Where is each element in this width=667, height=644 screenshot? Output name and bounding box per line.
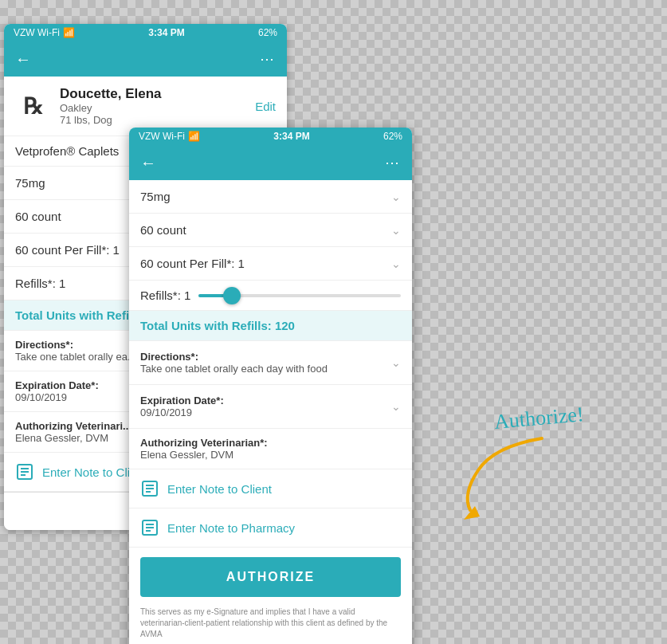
- edit-button-back[interactable]: Edit: [255, 100, 276, 113]
- patient-subtext-back: Oakley: [60, 102, 255, 114]
- note-to-client-icon: [140, 479, 159, 498]
- back-button-front[interactable]: ←: [140, 154, 156, 172]
- note-to-pharmacy-row-front[interactable]: Enter Note to Pharmacy: [129, 509, 412, 548]
- dosage-value-back: 75mg: [15, 176, 45, 190]
- annotation-arrow: [430, 430, 558, 526]
- dosage-value-front: 75mg: [140, 190, 171, 203]
- time-label: 3:34 PM: [148, 27, 184, 38]
- note-to-client-label-back: Enter Note to Cli...: [42, 465, 140, 479]
- battery-label-front: 62%: [383, 131, 402, 142]
- time-label-front: 3:34 PM: [273, 131, 309, 142]
- refills-slider[interactable]: [198, 291, 401, 300]
- total-units-value-back: Total Units with Refills: [15, 308, 143, 322]
- directions-row-front[interactable]: Directions*: Take one tablet orally each…: [129, 341, 412, 385]
- annotation: Authorize!: [494, 406, 584, 430]
- dosage-row-front[interactable]: 75mg ⌄: [129, 180, 412, 214]
- front-prescription-card: VZW Wi-Fi 📶 3:34 PM 62% ← ⋯ 75mg ⌄ 60 co…: [129, 128, 412, 644]
- carrier-label-front: VZW Wi-Fi: [139, 131, 185, 142]
- count-per-fill-value-back: 60 count Per Fill*: 1: [15, 243, 120, 257]
- note-to-pharmacy-icon: [140, 518, 159, 537]
- legal-text: This serves as my e-Signature and implie…: [129, 607, 412, 644]
- vet-label-front: Authorizing Veterinarian*:: [140, 437, 401, 449]
- note-icon-back: [15, 462, 34, 481]
- count-row-front[interactable]: 60 count ⌄: [129, 214, 412, 247]
- total-units-row-front: Total Units with Refills: 120: [129, 311, 412, 341]
- count-value-back: 60 count: [15, 210, 61, 223]
- vet-value-front: Elena Gessler, DVM: [140, 449, 401, 461]
- expiration-label-front: Expiration Date*:: [140, 395, 224, 406]
- svg-marker-12: [464, 506, 480, 520]
- expiration-value-front: 09/10/2019: [140, 406, 224, 418]
- directions-label-front: Directions*:: [140, 351, 328, 363]
- carrier-label: VZW Wi-Fi: [14, 27, 60, 38]
- authorize-annotation-text: Authorize!: [493, 402, 585, 434]
- refills-label-front: Refills*: 1: [140, 289, 190, 302]
- vet-row-front: Authorizing Veterinarian*: Elena Gessler…: [129, 429, 412, 469]
- chevron-down-icon-directions: ⌄: [391, 356, 401, 369]
- status-bar-front: VZW Wi-Fi 📶 3:34 PM 62%: [129, 128, 412, 145]
- patient-name-back: Doucette, Elena: [60, 86, 255, 102]
- status-bar: VZW Wi-Fi 📶 3:34 PM 62%: [4, 24, 287, 41]
- chevron-down-icon-count-per-fill: ⌄: [391, 257, 401, 270]
- note-to-client-label-front: Enter Note to Client: [167, 482, 272, 496]
- slider-track: [198, 294, 401, 297]
- rx-icon: ℞: [15, 88, 50, 124]
- expiration-row-front[interactable]: Expiration Date*: 09/10/2019 ⌄: [129, 385, 412, 429]
- slider-thumb[interactable]: [223, 287, 241, 304]
- count-value-front: 60 count: [140, 223, 186, 237]
- status-bar-left: VZW Wi-Fi 📶: [14, 27, 75, 38]
- chevron-down-icon-expiration: ⌄: [391, 400, 401, 413]
- battery-label: 62%: [258, 27, 277, 38]
- nav-bar-front: ← ⋯: [129, 145, 412, 180]
- more-button[interactable]: ⋯: [260, 50, 276, 68]
- authorize-button[interactable]: AUTHORIZE: [140, 557, 401, 597]
- patient-info-back: Doucette, Elena Oakley 71 lbs, Dog: [60, 86, 255, 126]
- note-to-client-row-front[interactable]: Enter Note to Client: [129, 469, 412, 509]
- wifi-icon-front: 📶: [188, 131, 200, 142]
- wifi-icon: 📶: [63, 27, 75, 38]
- count-per-fill-row-front[interactable]: 60 count Per Fill*: 1 ⌄: [129, 247, 412, 281]
- refills-value-back: Refills*: 1: [15, 277, 65, 290]
- patient-weight-back: 71 lbs, Dog: [60, 114, 255, 126]
- chevron-down-icon-dosage: ⌄: [391, 190, 401, 203]
- status-bar-left-front: VZW Wi-Fi 📶: [139, 131, 200, 142]
- total-units-value-front: Total Units with Refills: 120: [140, 319, 295, 332]
- back-button[interactable]: ←: [15, 50, 31, 69]
- note-to-pharmacy-label-front: Enter Note to Pharmacy: [167, 521, 295, 535]
- drug-name-back: Vetprofen® Caplets: [15, 144, 119, 158]
- count-per-fill-value-front: 60 count Per Fill*: 1: [140, 257, 245, 270]
- nav-bar-back: ← ⋯: [4, 41, 287, 77]
- directions-value-front: Take one tablet orally each day with foo…: [140, 363, 328, 375]
- more-button-front[interactable]: ⋯: [385, 154, 401, 171]
- status-bar-right: 62%: [258, 27, 277, 38]
- status-bar-right-front: 62%: [383, 131, 402, 142]
- chevron-down-icon-count: ⌄: [391, 224, 401, 237]
- refills-slider-row[interactable]: Refills*: 1: [129, 281, 412, 311]
